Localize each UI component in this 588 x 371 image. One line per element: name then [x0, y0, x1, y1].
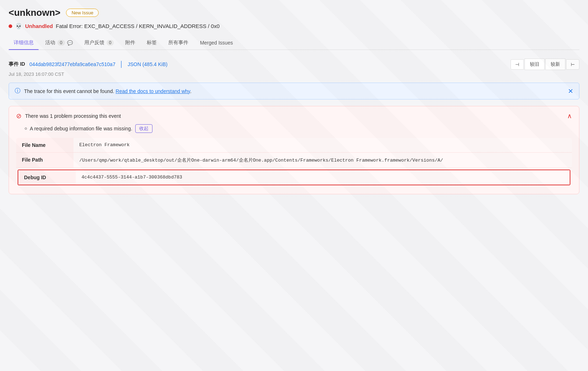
json-link[interactable]: JSON (485.4 KiB) [128, 61, 168, 67]
status-dot [9, 24, 12, 28]
page-header: <unknown> New Issue [9, 7, 579, 18]
event-nav: ⊣ 较旧 较新 ⊢ [511, 59, 579, 70]
info-icon: ⓘ [15, 87, 20, 95]
detail-value-filepath: /Users/qmp/work/qtable_desktop/out/企名片On… [74, 153, 572, 168]
nav-newer-button[interactable]: 较新 [545, 59, 565, 70]
skull-icon: 💀 [15, 23, 22, 29]
info-banner-text: The trace for this event cannot be found… [24, 88, 564, 94]
new-issue-badge: New Issue [66, 9, 99, 17]
tab-merged[interactable]: Merged Issues [195, 36, 238, 49]
details-table: File Name Electron Framework File Path /… [16, 138, 572, 187]
table-row: File Path /Users/qmp/work/qtable_desktop… [16, 153, 572, 168]
collapse-chevron-icon[interactable]: ∧ [567, 112, 572, 120]
error-message: Fatal Error: EXC_BAD_ACCESS / KERN_INVAL… [56, 23, 220, 29]
event-id-link[interactable]: 044dab9823f2477ebfa9ca6ea7c510a7 [29, 61, 116, 67]
nav-last-button[interactable]: ⊢ [566, 59, 579, 70]
tab-attachments[interactable]: 附件 [120, 36, 140, 50]
block-icon: ⊘ [16, 112, 22, 120]
tab-activity[interactable]: 活动 0 💬 [40, 36, 78, 50]
tabs-nav: 详细信息 活动 0 💬 用户反馈 0 附件 标签 所有事件 Merged Iss… [9, 36, 579, 50]
tab-feedback[interactable]: 用户反馈 0 [79, 36, 119, 50]
info-docs-link[interactable]: Read the docs to understand why [116, 88, 190, 94]
feedback-badge: 0 [107, 40, 114, 46]
detail-value-filename: Electron Framework [74, 138, 572, 152]
detail-label-filename: File Name [16, 138, 74, 152]
detail-label-filepath: File Path [16, 153, 74, 168]
event-id-label: 事件 ID [9, 61, 25, 68]
event-id-row: 事件 ID 044dab9823f2477ebfa9ca6ea7c510a7 │… [9, 59, 579, 70]
sub-item-text: A required debug information file was mi… [30, 126, 132, 131]
tab-details[interactable]: 详细信息 [9, 36, 39, 50]
sub-item: A required debug information file was mi… [25, 124, 572, 133]
unhandled-label: Unhandled [25, 23, 53, 29]
problem-header: ⊘ There was 1 problem processing this ev… [16, 112, 572, 120]
tab-tags[interactable]: 标签 [142, 36, 162, 50]
nav-first-button[interactable]: ⊣ [511, 59, 524, 70]
error-line: 💀 Unhandled Fatal Error: EXC_BAD_ACCESS … [9, 23, 579, 29]
table-row: File Name Electron Framework [16, 138, 572, 153]
problem-title: There was 1 problem processing this even… [25, 113, 121, 119]
table-row-debug-id: Debug ID 4c4c4437-5555-3144-a1b7-300368d… [18, 170, 570, 185]
tab-all-events[interactable]: 所有事件 [163, 36, 193, 50]
nav-older-button[interactable]: 较旧 [525, 59, 545, 70]
problem-section: ⊘ There was 1 problem processing this ev… [9, 106, 579, 194]
detail-label-debugid: Debug ID [18, 170, 76, 185]
detail-value-debugid: 4c4c4437-5555-3144-a1b7-300368dbd783 [76, 170, 570, 185]
activity-badge: 0 [57, 40, 65, 46]
comment-icon: 💬 [67, 40, 73, 46]
info-banner: ⓘ The trace for this event cannot be fou… [9, 83, 579, 99]
page-title: <unknown> [9, 7, 60, 18]
event-timestamp: Jul 18, 2023 16:07:00 CST [9, 71, 579, 77]
info-close-button[interactable]: ✕ [568, 88, 573, 94]
event-section: 事件 ID 044dab9823f2477ebfa9ca6ea7c510a7 │… [9, 59, 579, 77]
bullet-icon [25, 127, 27, 130]
collapse-button[interactable]: 收起 [135, 124, 152, 133]
